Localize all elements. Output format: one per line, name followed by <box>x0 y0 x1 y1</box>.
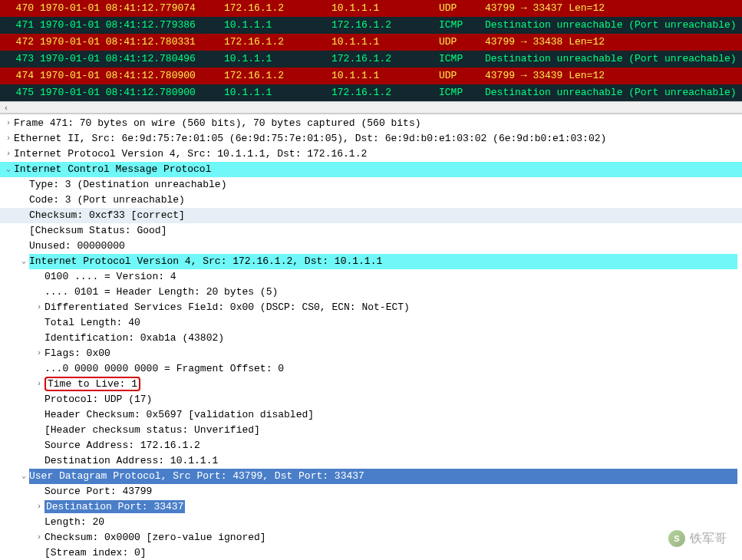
packet-no: 475 <box>0 84 37 101</box>
expand-icon[interactable]: › <box>34 377 45 392</box>
packet-info: 43799 → 33437 Len=12 <box>482 0 742 17</box>
inner-ip-label: Internet Protocol Version 4, Src: 172.16… <box>29 254 737 269</box>
h-scrollbar[interactable]: ‹ <box>0 101 742 114</box>
icmp-node[interactable]: ⌄ Internet Control Message Protocol <box>0 162 742 177</box>
packet-info: 43799 → 33439 Len=12 <box>482 68 742 84</box>
inner-ip-total-length[interactable]: · Total Length: 40 <box>0 315 742 331</box>
packet-proto: UDP <box>436 0 482 17</box>
inner-ip-src-addr[interactable]: · Source Address: 172.16.1.2 <box>0 438 742 453</box>
icmp-type[interactable]: · Type: 3 (Destination unreachable) <box>0 177 742 193</box>
packet-no: 471 <box>0 17 37 34</box>
ethernet-node[interactable]: › Ethernet II, Src: 6e:9d:75:7e:01:05 (6… <box>0 131 742 147</box>
expand-icon[interactable]: › <box>34 499 45 515</box>
packet-row[interactable]: 4721970-01-01 08:41:12.780331172.16.1.21… <box>0 34 742 51</box>
inner-ip-dst-addr[interactable]: · Destination Address: 10.1.1.1 <box>0 453 742 469</box>
packet-proto: UDP <box>436 34 482 51</box>
inner-ip-dscp[interactable]: › Differentiated Services Field: 0x00 (D… <box>0 300 742 315</box>
inner-ip-hlen[interactable]: · .... 0101 = Header Length: 20 bytes (5… <box>0 285 742 300</box>
udp-node[interactable]: ⌄ User Datagram Protocol, Src Port: 4379… <box>0 469 742 484</box>
expand-icon[interactable]: › <box>34 530 45 545</box>
packet-proto: ICMP <box>436 51 482 68</box>
icmp-checksum[interactable]: · Checksum: 0xcf33 [correct] <box>0 208 742 223</box>
udp-checksum[interactable]: › Checksum: 0x0000 [zero-value ignored] <box>0 530 742 545</box>
udp-dst-port[interactable]: › Destination Port: 33437 <box>0 499 742 515</box>
icmp-checksum-status[interactable]: · [Checksum Status: Good] <box>0 223 742 239</box>
expand-icon[interactable]: › <box>3 131 14 147</box>
inner-ip-protocol[interactable]: · Protocol: UDP (17) <box>0 392 742 407</box>
inner-ip-frag-offset[interactable]: · ...0 0000 0000 0000 = Fragment Offset:… <box>0 361 742 377</box>
expand-icon[interactable]: › <box>34 346 45 361</box>
frame-label: Frame 471: 70 bytes on wire (560 bits), … <box>14 116 737 131</box>
inner-ip-flags[interactable]: › Flags: 0x00 <box>0 346 742 361</box>
inner-ip-node[interactable]: ⌄ Internet Protocol Version 4, Src: 172.… <box>0 254 742 269</box>
packet-src: 10.1.1.1 <box>221 84 328 101</box>
packet-list[interactable]: 4701970-01-01 08:41:12.779074172.16.1.21… <box>0 0 742 101</box>
icmp-label: Internet Control Message Protocol <box>14 162 737 177</box>
packet-proto: ICMP <box>436 84 482 101</box>
packet-info: 43799 → 33438 Len=12 <box>482 34 742 51</box>
packet-time: 1970-01-01 08:41:12.780496 <box>37 51 221 68</box>
packet-src: 172.16.1.2 <box>221 68 328 84</box>
packet-row[interactable]: 4751970-01-01 08:41:12.78090010.1.1.1172… <box>0 84 742 101</box>
udp-label: User Datagram Protocol, Src Port: 43799,… <box>29 469 737 484</box>
packet-src: 10.1.1.1 <box>221 17 328 34</box>
collapse-icon[interactable]: ⌄ <box>3 162 14 177</box>
collapse-icon[interactable]: ⌄ <box>18 469 29 484</box>
packet-no: 470 <box>0 0 37 17</box>
packet-proto: UDP <box>436 68 482 84</box>
packet-time: 1970-01-01 08:41:12.779386 <box>37 17 221 34</box>
packet-time: 1970-01-01 08:41:12.780900 <box>37 68 221 84</box>
icmp-code[interactable]: · Code: 3 (Port unreachable) <box>0 193 742 208</box>
packet-row[interactable]: 4741970-01-01 08:41:12.780900172.16.1.21… <box>0 68 742 84</box>
packet-time: 1970-01-01 08:41:12.779074 <box>37 0 221 17</box>
packet-info: Destination unreachable (Port unreachabl… <box>482 84 742 101</box>
packet-dst: 172.16.1.2 <box>328 51 436 68</box>
packet-time: 1970-01-01 08:41:12.780331 <box>37 34 221 51</box>
inner-ip-ttl[interactable]: › Time to Live: 1 <box>0 377 742 392</box>
inner-ip-identification[interactable]: · Identification: 0xab1a (43802) <box>0 331 742 346</box>
udp-src-port[interactable]: · Source Port: 43799 <box>0 484 742 499</box>
watermark-text: 铁军哥 <box>690 531 727 547</box>
packet-info: Destination unreachable (Port unreachabl… <box>482 51 742 68</box>
watermark: S 铁军哥 <box>668 530 727 547</box>
collapse-icon[interactable]: ⌄ <box>18 254 29 269</box>
packet-src: 10.1.1.1 <box>221 51 328 68</box>
expand-icon[interactable]: › <box>34 300 45 315</box>
expand-icon[interactable]: › <box>3 116 14 131</box>
packet-info: Destination unreachable (Port unreachabl… <box>482 17 742 34</box>
packet-details-pane[interactable]: › Frame 471: 70 bytes on wire (560 bits)… <box>0 114 742 560</box>
packet-no: 474 <box>0 68 37 84</box>
packet-dst: 172.16.1.2 <box>328 17 436 34</box>
inner-ip-version[interactable]: · 0100 .... = Version: 4 <box>0 269 742 285</box>
ethernet-label: Ethernet II, Src: 6e:9d:75:7e:01:05 (6e:… <box>14 131 737 147</box>
inner-ip-hdr-checksum-status[interactable]: · [Header checksum status: Unverified] <box>0 423 742 438</box>
ttl-highlight-box: Time to Live: 1 <box>45 377 140 391</box>
watermark-icon: S <box>668 530 685 547</box>
packet-src: 172.16.1.2 <box>221 0 328 17</box>
ip-label: Internet Protocol Version 4, Src: 10.1.1… <box>14 147 737 162</box>
packet-row[interactable]: 4731970-01-01 08:41:12.78049610.1.1.1172… <box>0 51 742 68</box>
inner-ip-hdr-checksum[interactable]: · Header Checksum: 0x5697 [validation di… <box>0 407 742 423</box>
packet-dst: 10.1.1.1 <box>328 0 436 17</box>
packet-time: 1970-01-01 08:41:12.780900 <box>37 84 221 101</box>
udp-stream-index[interactable]: · [Stream index: 0] <box>0 545 742 560</box>
frame-node[interactable]: › Frame 471: 70 bytes on wire (560 bits)… <box>0 116 742 131</box>
packet-no: 473 <box>0 51 37 68</box>
packet-src: 172.16.1.2 <box>221 34 328 51</box>
packet-dst: 172.16.1.2 <box>328 84 436 101</box>
packet-proto: ICMP <box>436 17 482 34</box>
packet-no: 472 <box>0 34 37 51</box>
packet-dst: 10.1.1.1 <box>328 68 436 84</box>
ip-node[interactable]: › Internet Protocol Version 4, Src: 10.1… <box>0 147 742 162</box>
icmp-unused[interactable]: · Unused: 00000000 <box>0 239 742 254</box>
udp-length[interactable]: · Length: 20 <box>0 515 742 530</box>
expand-icon[interactable]: › <box>3 147 14 162</box>
packet-dst: 10.1.1.1 <box>328 34 436 51</box>
packet-row[interactable]: 4701970-01-01 08:41:12.779074172.16.1.21… <box>0 0 742 17</box>
packet-row[interactable]: 4711970-01-01 08:41:12.77938610.1.1.1172… <box>0 17 742 34</box>
scroll-left-icon[interactable]: ‹ <box>0 102 12 114</box>
